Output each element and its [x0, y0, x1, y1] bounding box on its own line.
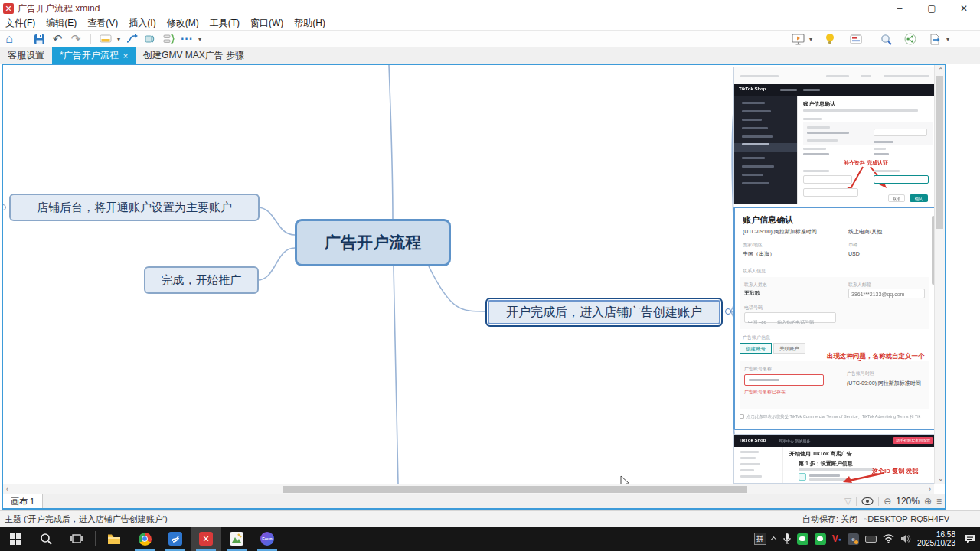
filter-icon[interactable]: ▽	[844, 496, 851, 507]
toolbar-divider	[90, 34, 91, 44]
menu-modify[interactable]: 修改(M)	[162, 17, 204, 30]
red-arrow-icon	[841, 471, 887, 484]
light-sidebar	[734, 447, 783, 484]
create-account-tab[interactable]: 创建账号	[740, 343, 772, 354]
attached-screenshot-account-confirm-modal[interactable]: TikTok Shop 账户信息确认	[733, 67, 934, 204]
mouse-cursor	[620, 475, 631, 484]
maximize-button[interactable]: ▢	[916, 0, 948, 17]
toolbar-divider	[871, 34, 871, 44]
ad-account-name-field[interactable]	[744, 374, 824, 386]
topic-left-top[interactable]: 店铺后台，将开通账户设置为主要账户	[9, 194, 260, 221]
attached-screenshot-account-confirm-form[interactable]: 账户信息确认 (UTC-09:00) 阿拉斯加标准时间 线上电商/其他 国家/地…	[733, 207, 934, 430]
account-id-chip	[799, 473, 806, 481]
selection-status: 主题 ('开户完成后，进入店铺广告创建账户')	[5, 514, 168, 525]
save-icon[interactable]	[30, 32, 48, 46]
start-button[interactable]	[0, 527, 31, 551]
xmind-taskbar-icon[interactable]: ✕	[191, 527, 221, 551]
export-dropdown-icon[interactable]: ▾	[944, 36, 952, 43]
tab-close-icon[interactable]: ×	[123, 51, 128, 60]
menu-window[interactable]: 窗口(W)	[245, 17, 289, 30]
menu-help[interactable]: 帮助(H)	[289, 17, 331, 30]
menu-file[interactable]: 文件(F)	[0, 17, 41, 30]
v-app-tray-icon[interactable]: V●	[832, 533, 841, 544]
xmind-app-icon: ✕	[3, 3, 14, 14]
dark-sidebar	[734, 96, 797, 204]
redo-icon[interactable]: ↷	[67, 32, 85, 46]
mindmap-canvas[interactable]: 店铺后台，将开通账户设置为主要账户 完成，开始推广 广告开户流程 开户完成后，进…	[3, 65, 934, 484]
hidden-icons-chevron[interactable]	[773, 536, 777, 541]
chrome-icon[interactable]	[129, 527, 160, 551]
share-icon[interactable]	[901, 32, 920, 46]
phone-field[interactable]: 中国 +86 输入你的电话号码	[744, 312, 836, 323]
scroll-down-icon[interactable]: ⌄	[938, 474, 944, 482]
blue-app-icon[interactable]	[160, 527, 191, 551]
summary-icon[interactable]	[141, 32, 159, 46]
device-tray-icon[interactable]	[865, 536, 877, 543]
taskbar-search-icon[interactable]	[31, 527, 61, 551]
zoom-in-icon[interactable]: ⊕	[924, 496, 932, 507]
marker-icon[interactable]	[96, 32, 115, 46]
export-icon[interactable]	[926, 32, 944, 46]
presentation-dropdown-icon[interactable]: ▾	[807, 36, 815, 43]
close-button[interactable]: ✕	[948, 0, 980, 17]
scroll-left-icon[interactable]: ‹	[6, 485, 8, 493]
menu-insert[interactable]: 插入(I)	[123, 17, 161, 30]
cancel-button[interactable]: 取消	[888, 194, 905, 202]
attached-screenshot-shop-ads-start[interactable]: TikTok Shop 商家中心 我的服务 新手视频卖家训练营 开始使用 Tik…	[733, 434, 934, 484]
menu-tools[interactable]: 工具(T)	[204, 17, 245, 30]
search-icon[interactable]	[877, 32, 895, 46]
file-explorer-icon[interactable]	[99, 527, 129, 551]
presentation-icon[interactable]	[789, 32, 807, 46]
tab-gmv-max[interactable]: 创建GMV MAX广告 步骤	[136, 47, 252, 64]
undo-icon[interactable]: ↶	[48, 32, 67, 46]
vertical-scrollbar[interactable]: ⌃ ⌄	[934, 65, 945, 484]
confirm-button[interactable]: 确认	[910, 194, 928, 202]
menu-bar: 文件(F) 编辑(E) 查看(V) 插入(I) 修改(M) 工具(T) 窗口(W…	[0, 17, 980, 31]
email-field[interactable]: 3861***2133@qq.com	[848, 289, 925, 298]
more-tools-icon[interactable]: ···	[178, 32, 196, 46]
menu-view[interactable]: 查看(V)	[82, 17, 123, 30]
minimize-button[interactable]: –	[884, 0, 916, 17]
terms-checkbox[interactable]	[740, 414, 744, 419]
outline-boundary-icon[interactable]	[159, 32, 178, 46]
wechat-tray-icon[interactable]	[797, 533, 808, 545]
zoom-out-icon[interactable]: ⊖	[884, 496, 891, 507]
training-badge: 新手视频卖家训练营	[893, 437, 933, 444]
hscroll-thumb[interactable]	[283, 486, 747, 493]
relationship-icon[interactable]	[122, 32, 141, 46]
topic-left-bottom[interactable]: 完成，开始推广	[144, 266, 259, 294]
taskbar-clock[interactable]: 16:58 2025/10/23	[917, 530, 956, 547]
tab-guanggao-kaihu-liucheng[interactable]: *广告开户流程 ×	[52, 47, 136, 64]
fit-map-icon[interactable]: ≡	[936, 496, 942, 507]
wechat-tray-icon-2[interactable]	[815, 533, 826, 545]
topic-right-selected[interactable]: 开户完成后，进入店铺广告创建账户	[485, 298, 723, 327]
wifi-tray-icon[interactable]	[883, 534, 894, 543]
marker-dropdown-icon[interactable]: ▾	[115, 36, 122, 43]
more-tools-dropdown-icon[interactable]: ▾	[196, 36, 204, 43]
toolbar-divider	[24, 34, 24, 44]
scroll-up-icon[interactable]: ⌃	[938, 67, 944, 74]
notes-icon[interactable]	[847, 32, 865, 46]
tray-app-icon[interactable]: e	[848, 533, 859, 545]
microphone-tray-icon[interactable]	[783, 533, 791, 544]
title-bar: ✕ 广告开户流程.xmind – ▢ ✕	[0, 0, 980, 17]
volume-tray-icon[interactable]	[900, 534, 911, 543]
task-view-icon[interactable]	[61, 527, 92, 551]
scroll-right-icon[interactable]: ›	[929, 485, 931, 493]
menu-edit[interactable]: 编辑(E)	[41, 17, 82, 30]
central-topic[interactable]: 广告开户流程	[295, 219, 451, 266]
action-center-icon[interactable]	[965, 534, 975, 544]
ime-indicator[interactable]: 拼	[754, 533, 766, 545]
overview-eye-icon[interactable]	[861, 497, 874, 505]
autosave-status: 自动保存: 关闭	[802, 514, 858, 525]
photo-editor-icon[interactable]	[221, 527, 252, 551]
lightbulb-icon[interactable]	[821, 32, 839, 46]
vscroll-thumb[interactable]	[936, 76, 943, 229]
collapse-handle[interactable]	[725, 308, 731, 315]
horizontal-scrollbar[interactable]: ‹ ›	[3, 484, 934, 494]
sheet-tab-canvas1[interactable]: 画布 1	[3, 494, 43, 508]
foun-app-icon[interactable]: Foun	[252, 527, 283, 551]
home-icon[interactable]: ⌂	[0, 32, 18, 46]
link-account-tab[interactable]: 关联账户	[773, 343, 805, 354]
tab-kefu-shezhi[interactable]: 客服设置	[0, 47, 52, 64]
